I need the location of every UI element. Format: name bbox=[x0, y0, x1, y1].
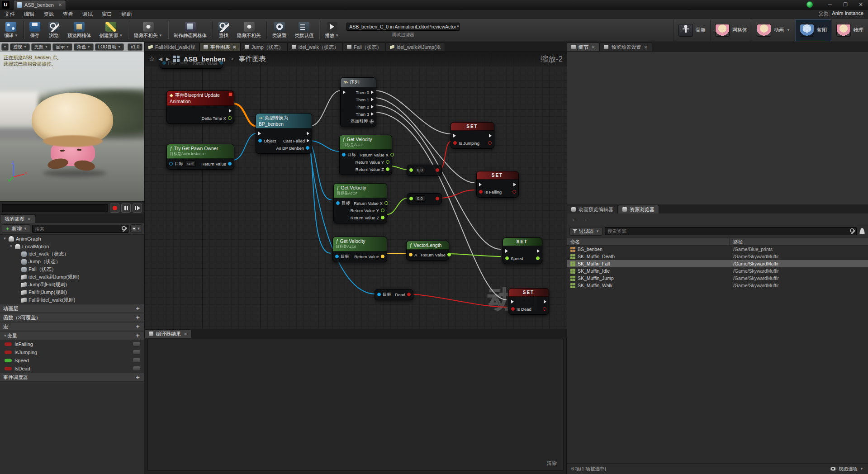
then-1-pin[interactable] bbox=[371, 98, 374, 101]
目标-pin[interactable] bbox=[377, 293, 381, 296]
tree-item-jump-fall-[interactable]: Jump到Fall(规则) bbox=[0, 281, 144, 289]
breadcrumb-root[interactable]: ASB_benben bbox=[183, 55, 225, 63]
return-value-z-pin[interactable] bbox=[381, 216, 384, 219]
maximize-button[interactable]: ❐ bbox=[839, 0, 852, 9]
section-header-anim-layers[interactable]: 动画层＋ bbox=[0, 304, 144, 313]
exec-pin[interactable] bbox=[229, 109, 232, 113]
tree-item-localmotion[interactable]: ▼LocalMotion bbox=[0, 242, 144, 250]
tree-item-fall-jump-[interactable]: Fall到Jump(规则) bbox=[0, 289, 144, 296]
breadcrumb-current[interactable]: 事件图表 bbox=[239, 55, 266, 63]
exec-pin[interactable] bbox=[544, 300, 546, 303]
graph-tab-1[interactable]: 事件图表✕ bbox=[199, 43, 241, 51]
viewport-button-4[interactable]: LOD自动▼ bbox=[95, 43, 124, 51]
tab-anim-preview-editor[interactable]: 动画预览编辑器 bbox=[567, 205, 618, 213]
exec-pin[interactable] bbox=[513, 183, 516, 186]
variable-isdead[interactable]: IsDead bbox=[0, 365, 144, 373]
graph-tab-3[interactable]: idel_walk（状态） bbox=[288, 43, 343, 51]
minimize-button[interactable]: ─ bbox=[824, 0, 836, 9]
pin-value-chip[interactable]: 0.0 bbox=[415, 167, 425, 173]
tree-item-idel_walk-jump-[interactable]: idel_walk到Jump(规则) bbox=[0, 273, 144, 281]
menu-item-6[interactable]: 帮助 bbox=[117, 9, 136, 19]
close-tab-icon[interactable]: ✕ bbox=[184, 332, 187, 337]
filter-button[interactable]: 过滤器 ▼ bbox=[569, 227, 602, 236]
tree-item-fall-idel_walk-[interactable]: Fall到idel_walk(规则) bbox=[0, 296, 144, 304]
tree-item-idel_walk-[interactable]: idel_walk（状态） bbox=[0, 250, 144, 258]
close-tab-icon[interactable]: ✕ bbox=[644, 45, 647, 50]
menu-item-1[interactable]: 编辑 bbox=[19, 9, 39, 19]
add-new-button[interactable]: ＋ 新增 ▼ bbox=[2, 224, 30, 233]
toolbar-button-save[interactable]: 保存 bbox=[25, 19, 44, 41]
a-pin[interactable] bbox=[409, 253, 413, 256]
cast-failed-pin[interactable] bbox=[307, 139, 309, 142]
exec-pin[interactable] bbox=[343, 90, 346, 94]
pin-value-chip[interactable]: self bbox=[185, 161, 196, 167]
return-value-pin[interactable] bbox=[228, 162, 232, 166]
tree-item-fall-[interactable]: Fall（状态） bbox=[0, 265, 144, 273]
clear-button[interactable]: 清除 bbox=[547, 460, 557, 467]
graph-tab-2[interactable]: Jump（状态） bbox=[241, 43, 288, 51]
bool-pin[interactable] bbox=[543, 307, 546, 311]
object-pin[interactable] bbox=[258, 139, 262, 142]
目标-pin[interactable] bbox=[336, 201, 340, 205]
asset-row-sk_muffin_jump[interactable]: SK_Muffin_Jump/Game/SkywardMuffir bbox=[567, 275, 868, 282]
speed-pin[interactable] bbox=[505, 256, 509, 260]
menu-item-2[interactable]: 资源 bbox=[39, 9, 58, 19]
then-2-pin[interactable] bbox=[371, 105, 374, 109]
tab-preview-scene-settings[interactable]: 预览场景设置✕ bbox=[599, 43, 652, 51]
exec-pin[interactable] bbox=[258, 132, 261, 135]
add-icon[interactable]: ＋ bbox=[135, 322, 141, 331]
section-header-functions[interactable]: 函数（3可覆盖）＋ bbox=[0, 313, 144, 322]
asset-row-sk_muffin_death[interactable]: SK_Muffin_Death/Game/SkywardMuffir bbox=[567, 253, 868, 260]
toolbar-button-class-settings[interactable]: 类设置 bbox=[268, 19, 291, 41]
mode-button-2[interactable]: 动画▼ bbox=[752, 19, 795, 41]
tab-details[interactable]: 细节✕ bbox=[567, 43, 599, 51]
toolbar-button-hide-unrelated[interactable]: 隐藏不相关 bbox=[233, 19, 265, 41]
toolbar-button-create-asset[interactable]: 创建资源▼ bbox=[95, 19, 127, 41]
graph-node-set-is-falling[interactable]: SETIs Falling bbox=[476, 171, 519, 198]
close-tab-icon[interactable]: ✕ bbox=[27, 217, 31, 222]
bool-pin[interactable] bbox=[512, 190, 516, 194]
search-input[interactable] bbox=[32, 225, 128, 233]
menu-item-5[interactable]: 窗口 bbox=[97, 9, 117, 19]
tree-item-jump-[interactable]: Jump（状态） bbox=[0, 258, 144, 265]
as-bp-benben-pin[interactable] bbox=[306, 146, 309, 150]
is-jumping-pin[interactable] bbox=[453, 141, 457, 145]
menu-item-0[interactable]: 文件 bbox=[0, 9, 19, 19]
nav-forward-icon[interactable]: → bbox=[582, 216, 588, 223]
variable-visibility-icon[interactable] bbox=[133, 350, 140, 355]
variable-speed[interactable]: Speed bbox=[0, 356, 144, 365]
graph-node-compare-float-2[interactable]: 0.0 bbox=[407, 193, 442, 204]
close-button[interactable]: ✕ bbox=[854, 0, 867, 9]
add-icon[interactable]: ＋ bbox=[135, 373, 141, 381]
graph-node-event-blueprint-update-animation[interactable]: ◆事件Blueprint Update AnimationDelta Time … bbox=[166, 90, 234, 124]
mode-button-1[interactable]: 网格体 bbox=[710, 19, 752, 41]
person-filter-icon[interactable] bbox=[859, 228, 865, 234]
graph-tab-0[interactable]: Fall到idel_walk(规 bbox=[144, 43, 199, 51]
bool-pin[interactable] bbox=[436, 168, 439, 172]
expand-arrow-icon[interactable]: ▼ bbox=[3, 237, 7, 241]
exec-pin[interactable] bbox=[479, 183, 482, 186]
mode-button-4[interactable]: 物理 bbox=[831, 19, 868, 41]
variable-isjumping[interactable]: IsJumping bbox=[0, 348, 144, 356]
graph-node-sequence[interactable]: ≫序列Then 0Then 1Then 2Then 3添加引脚 bbox=[340, 77, 376, 127]
viewport-button-0[interactable]: 透视▼ bbox=[10, 43, 30, 51]
return-value-pin[interactable] bbox=[447, 253, 451, 256]
section-header-dispatchers[interactable]: 事件调度器＋ bbox=[0, 373, 144, 382]
toolbar-button-class-defaults[interactable]: 类默认值 bbox=[290, 19, 318, 41]
nav-forward-icon[interactable]: ▶ bbox=[166, 56, 170, 62]
exec-pin[interactable] bbox=[453, 134, 456, 137]
graph-node-get-velocity-2[interactable]: ƒGet Velocity目标是Actor目标Return Value XRet… bbox=[333, 183, 387, 223]
tab-my-blueprint[interactable]: 我的蓝图 ✕ bbox=[0, 214, 35, 223]
pin-value-chip[interactable]: 0.0 bbox=[415, 195, 425, 202]
toolbar-button-compile[interactable]: 编译▼ bbox=[0, 19, 22, 41]
asset-row-bs_benben[interactable]: BS_benben/Game/Blue_prints bbox=[567, 246, 868, 253]
expand-arrow-icon[interactable]: ▼ bbox=[9, 244, 13, 248]
return-value-y-pin[interactable] bbox=[381, 209, 384, 212]
exec-pin[interactable] bbox=[489, 134, 492, 137]
目标-pin[interactable] bbox=[342, 153, 346, 156]
viewport-button-2[interactable]: 显示▼ bbox=[52, 43, 72, 51]
is-dead-pin[interactable] bbox=[511, 307, 515, 311]
record-button[interactable] bbox=[110, 204, 119, 213]
document-tab[interactable]: ASB_benben ✕ bbox=[13, 0, 66, 9]
return-value-z-pin[interactable] bbox=[386, 167, 389, 171]
